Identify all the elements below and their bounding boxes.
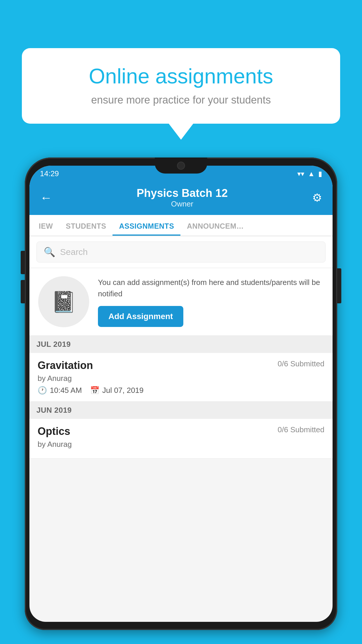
section-header-jul: JUL 2019 — [29, 336, 333, 353]
assignment-submitted: 0/6 Submitted — [278, 359, 324, 368]
speech-bubble: Online assignments ensure more practice … — [22, 48, 340, 124]
header-title-wrapper: Physics Batch 12 Owner — [137, 187, 228, 209]
phone-screen: 14:29 ▾▾ ▲ ▮ ← Physics Batch 12 Owner ⚙ … — [29, 166, 333, 622]
add-assignment-button[interactable]: Add Assignment — [98, 306, 183, 327]
tab-iew[interactable]: IEW — [32, 215, 59, 236]
calendar-icon: 📅 — [90, 386, 99, 395]
assignment-item-gravitation[interactable]: Gravitation 0/6 Submitted by Anurag 🕐 10… — [29, 353, 333, 402]
phone-outer: 14:29 ▾▾ ▲ ▮ ← Physics Batch 12 Owner ⚙ … — [25, 158, 337, 630]
wifi-icon: ▾▾ — [297, 170, 304, 178]
volume-down-button — [21, 280, 25, 303]
meta-date: 📅 Jul 07, 2019 — [90, 386, 144, 395]
assignment-meta: 🕐 10:45 AM 📅 Jul 07, 2019 — [38, 386, 324, 395]
power-button — [337, 268, 341, 303]
assignment-date: Jul 07, 2019 — [102, 386, 144, 395]
assignment-top: Gravitation 0/6 Submitted — [38, 359, 324, 372]
promo-icon-circle: 📓 — [38, 276, 89, 327]
speech-bubble-subtitle: ensure more practice for your students — [41, 94, 321, 106]
speech-bubble-wrapper: Online assignments ensure more practice … — [22, 48, 340, 140]
clock-icon: 🕐 — [38, 386, 47, 395]
assignment-submitted-optics: 0/6 Submitted — [278, 425, 324, 434]
assignment-by-optics: by Anurag — [38, 440, 324, 449]
search-placeholder: Search — [60, 247, 88, 257]
search-icon: 🔍 — [44, 246, 55, 258]
signal-icon: ▲ — [308, 170, 315, 178]
tab-announcements[interactable]: ANNOUNCEM… — [180, 215, 250, 236]
assignment-time: 10:45 AM — [50, 386, 82, 395]
add-assignment-promo: 📓 You can add assignment(s) from here an… — [29, 268, 333, 336]
tab-students[interactable]: STUDENTS — [59, 215, 113, 236]
settings-button[interactable]: ⚙ — [312, 191, 322, 204]
assignment-top-optics: Optics 0/6 Submitted — [38, 425, 324, 438]
header-title: Physics Batch 12 — [137, 187, 228, 200]
status-time: 14:29 — [40, 169, 59, 178]
promo-content: You can add assignment(s) from here and … — [98, 277, 324, 327]
promo-text: You can add assignment(s) from here and … — [98, 277, 324, 300]
search-bar-wrapper: 🔍 Search — [29, 236, 333, 268]
assignment-by: by Anurag — [38, 374, 324, 383]
speech-bubble-tail — [169, 124, 193, 140]
phone-camera — [177, 162, 185, 170]
notebook-icon: 📓 — [51, 290, 76, 314]
header-subtitle: Owner — [137, 200, 228, 209]
assignment-title: Gravitation — [38, 359, 93, 372]
status-icons: ▾▾ ▲ ▮ — [297, 170, 322, 178]
phone-wrapper: 14:29 ▾▾ ▲ ▮ ← Physics Batch 12 Owner ⚙ … — [25, 158, 337, 644]
app-header: ← Physics Batch 12 Owner ⚙ — [29, 182, 333, 215]
speech-bubble-title: Online assignments — [41, 64, 321, 88]
tab-assignments[interactable]: ASSIGNMENTS — [113, 215, 180, 236]
battery-icon: ▮ — [318, 170, 322, 178]
section-header-jun: JUN 2019 — [29, 402, 333, 419]
volume-up-button — [21, 251, 25, 274]
back-button[interactable]: ← — [40, 191, 52, 205]
assignment-item-optics[interactable]: Optics 0/6 Submitted by Anurag — [29, 419, 333, 459]
phone-notch — [155, 158, 207, 174]
assignment-title-optics: Optics — [38, 425, 70, 438]
meta-time: 🕐 10:45 AM — [38, 386, 82, 395]
search-bar[interactable]: 🔍 Search — [36, 242, 326, 262]
tabs-bar: IEW STUDENTS ASSIGNMENTS ANNOUNCEM… — [29, 215, 333, 236]
